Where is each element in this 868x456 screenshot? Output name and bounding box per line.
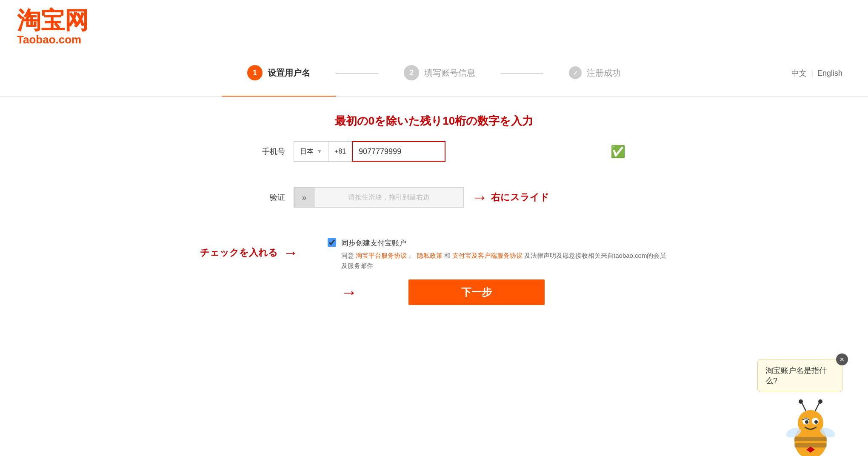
terms-link-3[interactable]: 支付宝及客户端服务协议 — [452, 252, 523, 259]
checkbox-terms: 同意 淘宝平台服务协议 、 隐私政策 和 支付宝及客户端服务协议 及法律声明及愿… — [341, 251, 668, 271]
main-content: 最初の0を除いた残り10桁の数字を入力 手机号 日本 ▼ +81 ✅ 验证 — [0, 97, 868, 322]
svg-rect-1 — [794, 437, 827, 441]
alipay-checkbox[interactable] — [328, 238, 336, 247]
next-btn-annotation: → — [340, 283, 357, 302]
step-divider-1 — [336, 73, 378, 74]
verify-row: 验证 » 请按住滑块，拖引到最右边 → 右にスライド — [243, 187, 625, 208]
svg-point-7 — [814, 420, 818, 424]
svg-point-9 — [799, 399, 803, 404]
chevron-down-icon: ▼ — [317, 148, 322, 154]
check-annotation: チェックを入れる → — [200, 243, 298, 261]
mascot-chat-bubble: ✕ 淘宝账户名是指什么? — [757, 359, 842, 392]
step-2[interactable]: 2 填写账号信息 — [378, 58, 501, 88]
step-2-label: 填写账号信息 — [424, 67, 475, 79]
svg-line-10 — [815, 402, 819, 411]
next-button-wrapper: → 下一步 — [408, 279, 545, 305]
phone-label: 手机号 — [243, 146, 285, 157]
slide-right-annotation: → 右にスライド — [472, 188, 549, 206]
phone-input-group: 日本 ▼ +81 — [294, 141, 605, 162]
valid-checkmark-icon: ✅ — [611, 145, 625, 159]
phone-row: 手机号 日本 ▼ +81 ✅ — [243, 141, 625, 162]
terms-sep1: 、 — [408, 252, 415, 259]
step-1-label: 设置用户名 — [268, 67, 310, 79]
step-3[interactable]: ✓ 注册成功 — [543, 60, 646, 87]
mascot-chat-text: 淘宝账户名是指什么? — [765, 366, 827, 385]
mascot-container: ✕ 淘宝账户名是指什么? — [757, 359, 842, 456]
lang-separator: | — [811, 69, 813, 78]
country-code: +81 — [328, 141, 352, 162]
header: 淘宝网 Taobao.com — [0, 0, 868, 51]
slide-right-label: 右にスライド — [491, 191, 549, 204]
phone-form-row: 手机号 日本 ▼ +81 ✅ — [243, 141, 625, 174]
svg-line-8 — [802, 402, 806, 411]
check-annotation-label: チェックを入れる — [200, 246, 278, 259]
lang-zh-button[interactable]: 中文 — [791, 68, 807, 78]
country-select[interactable]: 日本 ▼ — [294, 141, 328, 162]
logo-chinese: 淘宝网 — [17, 9, 851, 32]
verify-label: 验证 — [243, 192, 285, 202]
instruction-text: 最初の0を除いた残り10桁の数字を入力 — [335, 114, 533, 128]
step-1-number: 1 — [247, 65, 263, 80]
step-1-active-line — [222, 96, 336, 97]
steps-bottom-border — [0, 96, 868, 97]
check-annotation-arrow-icon: → — [283, 243, 298, 261]
svg-point-11 — [818, 399, 822, 404]
lang-switcher: 中文 | English — [791, 68, 842, 78]
mascot-close-button[interactable]: ✕ — [836, 353, 848, 365]
slide-arrow-icon: → — [472, 188, 488, 206]
checkbox-labels: 同步创建支付宝账户 同意 淘宝平台服务协议 、 隐私政策 和 支付宝及客户端服务… — [341, 237, 668, 271]
slider-handle[interactable]: » — [294, 187, 314, 208]
logo-pinyin: Taobao.com — [17, 33, 851, 46]
slider-placeholder-text: 请按住滑块，拖引到最右边 — [314, 193, 463, 202]
verify-row-wrapper: 验证 » 请按住滑块，拖引到最右边 → 右にスライド — [243, 187, 625, 220]
checkbox-section: チェックを入れる → 同步创建支付宝账户 同意 淘宝平台服务协议 、 隐私政策 … — [200, 237, 668, 271]
close-icon: ✕ — [839, 356, 845, 363]
next-button[interactable]: 下一步 — [408, 279, 545, 305]
step-2-number: 2 — [404, 65, 419, 80]
terms-link-2[interactable]: 隐私政策 — [417, 252, 443, 259]
phone-number-input[interactable] — [352, 141, 445, 162]
country-name: 日本 — [300, 147, 314, 156]
next-arrow-icon: → — [340, 283, 357, 302]
lang-en-button[interactable]: English — [817, 69, 842, 78]
terms-prefix: 同意 — [341, 252, 354, 259]
checkbox-row: 同步创建支付宝账户 同意 淘宝平台服务协议 、 隐私政策 和 支付宝及客户端服务… — [328, 237, 668, 271]
checkbox-main-label: 同步创建支付宝账户 — [341, 237, 668, 249]
slider-arrow-icon: » — [302, 193, 306, 202]
terms-and: 和 — [444, 252, 452, 259]
svg-point-3 — [798, 410, 823, 436]
svg-point-6 — [805, 420, 808, 424]
slider-container[interactable]: » 请按住滑块，拖引到最右边 — [294, 187, 464, 208]
mascot-bee-figure — [783, 396, 834, 456]
terms-link-1[interactable]: 淘宝平台服务协议 — [356, 252, 407, 259]
step-3-check-icon: ✓ — [569, 66, 582, 79]
step-1[interactable]: 1 设置用户名 — [222, 58, 336, 88]
step-3-label: 注册成功 — [587, 67, 621, 79]
steps-bar: 1 设置用户名 2 填写账号信息 ✓ 注册成功 中文 | English — [0, 51, 868, 97]
step-divider-2 — [501, 73, 543, 74]
